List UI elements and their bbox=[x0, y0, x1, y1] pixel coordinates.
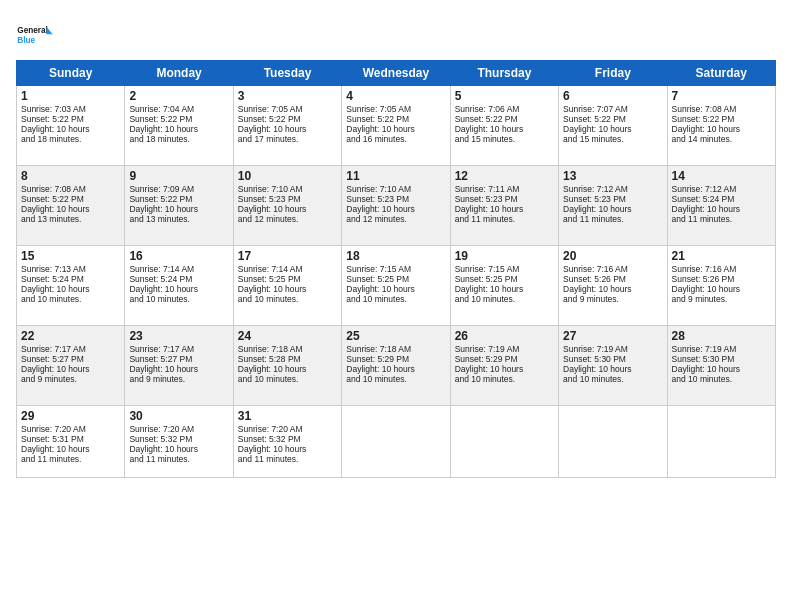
cell-info-line: Sunrise: 7:12 AM bbox=[672, 184, 771, 194]
calendar-cell: 15Sunrise: 7:13 AMSunset: 5:24 PMDayligh… bbox=[17, 246, 125, 326]
cell-info-line: Sunset: 5:22 PM bbox=[455, 114, 554, 124]
calendar-cell bbox=[559, 406, 667, 478]
cell-info-line: Daylight: 10 hours bbox=[563, 284, 662, 294]
cell-info-line: and 10 minutes. bbox=[346, 374, 445, 384]
cell-info-line: Sunrise: 7:06 AM bbox=[455, 104, 554, 114]
cell-info-line: Daylight: 10 hours bbox=[672, 124, 771, 134]
cell-info-line: Sunrise: 7:19 AM bbox=[563, 344, 662, 354]
weekday-header: Tuesday bbox=[233, 61, 341, 86]
cell-info-line: and 9 minutes. bbox=[672, 294, 771, 304]
cell-info-line: Daylight: 10 hours bbox=[21, 124, 120, 134]
cell-info-line: Sunrise: 7:07 AM bbox=[563, 104, 662, 114]
cell-info-line: Sunrise: 7:04 AM bbox=[129, 104, 228, 114]
calendar-cell: 2Sunrise: 7:04 AMSunset: 5:22 PMDaylight… bbox=[125, 86, 233, 166]
cell-info-line: and 11 minutes. bbox=[672, 214, 771, 224]
cell-info-line: Daylight: 10 hours bbox=[21, 444, 120, 454]
cell-info-line: Sunset: 5:24 PM bbox=[672, 194, 771, 204]
cell-info-line: Daylight: 10 hours bbox=[238, 124, 337, 134]
day-number: 24 bbox=[238, 329, 337, 343]
calendar-cell: 18Sunrise: 7:15 AMSunset: 5:25 PMDayligh… bbox=[342, 246, 450, 326]
calendar-cell: 20Sunrise: 7:16 AMSunset: 5:26 PMDayligh… bbox=[559, 246, 667, 326]
day-number: 15 bbox=[21, 249, 120, 263]
cell-info-line: Sunset: 5:22 PM bbox=[672, 114, 771, 124]
calendar-week-row: 15Sunrise: 7:13 AMSunset: 5:24 PMDayligh… bbox=[17, 246, 776, 326]
cell-info-line: and 16 minutes. bbox=[346, 134, 445, 144]
cell-info-line: and 11 minutes. bbox=[129, 454, 228, 464]
calendar-cell: 14Sunrise: 7:12 AMSunset: 5:24 PMDayligh… bbox=[667, 166, 775, 246]
weekday-header: Saturday bbox=[667, 61, 775, 86]
day-number: 28 bbox=[672, 329, 771, 343]
cell-info-line: Daylight: 10 hours bbox=[346, 124, 445, 134]
day-number: 17 bbox=[238, 249, 337, 263]
cell-info-line: Daylight: 10 hours bbox=[672, 284, 771, 294]
cell-info-line: Sunset: 5:25 PM bbox=[238, 274, 337, 284]
cell-info-line: Sunrise: 7:19 AM bbox=[672, 344, 771, 354]
day-number: 22 bbox=[21, 329, 120, 343]
cell-info-line: Sunrise: 7:16 AM bbox=[672, 264, 771, 274]
calendar-cell: 9Sunrise: 7:09 AMSunset: 5:22 PMDaylight… bbox=[125, 166, 233, 246]
cell-info-line: Sunset: 5:31 PM bbox=[21, 434, 120, 444]
day-number: 13 bbox=[563, 169, 662, 183]
cell-info-line: and 15 minutes. bbox=[563, 134, 662, 144]
weekday-header: Thursday bbox=[450, 61, 558, 86]
cell-info-line: Daylight: 10 hours bbox=[346, 284, 445, 294]
cell-info-line: and 10 minutes. bbox=[129, 294, 228, 304]
cell-info-line: Sunrise: 7:10 AM bbox=[238, 184, 337, 194]
header: General Blue bbox=[16, 16, 776, 54]
day-number: 2 bbox=[129, 89, 228, 103]
cell-info-line: and 14 minutes. bbox=[672, 134, 771, 144]
day-number: 31 bbox=[238, 409, 337, 423]
calendar-cell: 3Sunrise: 7:05 AMSunset: 5:22 PMDaylight… bbox=[233, 86, 341, 166]
cell-info-line: and 10 minutes. bbox=[238, 294, 337, 304]
cell-info-line: Daylight: 10 hours bbox=[129, 444, 228, 454]
cell-info-line: Sunrise: 7:15 AM bbox=[346, 264, 445, 274]
weekday-header: Wednesday bbox=[342, 61, 450, 86]
cell-info-line: and 15 minutes. bbox=[455, 134, 554, 144]
calendar-cell: 10Sunrise: 7:10 AMSunset: 5:23 PMDayligh… bbox=[233, 166, 341, 246]
weekday-header: Sunday bbox=[17, 61, 125, 86]
day-number: 23 bbox=[129, 329, 228, 343]
cell-info-line: Sunset: 5:23 PM bbox=[346, 194, 445, 204]
calendar-cell: 13Sunrise: 7:12 AMSunset: 5:23 PMDayligh… bbox=[559, 166, 667, 246]
cell-info-line: and 10 minutes. bbox=[563, 374, 662, 384]
cell-info-line: and 11 minutes. bbox=[21, 454, 120, 464]
cell-info-line: Sunrise: 7:11 AM bbox=[455, 184, 554, 194]
cell-info-line: Daylight: 10 hours bbox=[238, 364, 337, 374]
cell-info-line: Daylight: 10 hours bbox=[563, 124, 662, 134]
cell-info-line: Sunset: 5:25 PM bbox=[346, 274, 445, 284]
cell-info-line: Sunset: 5:24 PM bbox=[21, 274, 120, 284]
cell-info-line: and 12 minutes. bbox=[238, 214, 337, 224]
cell-info-line: Daylight: 10 hours bbox=[129, 284, 228, 294]
calendar-cell: 23Sunrise: 7:17 AMSunset: 5:27 PMDayligh… bbox=[125, 326, 233, 406]
cell-info-line: Daylight: 10 hours bbox=[129, 364, 228, 374]
cell-info-line: and 11 minutes. bbox=[563, 214, 662, 224]
calendar-cell bbox=[667, 406, 775, 478]
cell-info-line: Daylight: 10 hours bbox=[455, 284, 554, 294]
cell-info-line: Sunrise: 7:12 AM bbox=[563, 184, 662, 194]
cell-info-line: Daylight: 10 hours bbox=[129, 124, 228, 134]
cell-info-line: Sunset: 5:32 PM bbox=[238, 434, 337, 444]
day-number: 19 bbox=[455, 249, 554, 263]
cell-info-line: Sunset: 5:25 PM bbox=[455, 274, 554, 284]
day-number: 26 bbox=[455, 329, 554, 343]
day-number: 8 bbox=[21, 169, 120, 183]
cell-info-line: Sunrise: 7:17 AM bbox=[21, 344, 120, 354]
calendar-cell: 25Sunrise: 7:18 AMSunset: 5:29 PMDayligh… bbox=[342, 326, 450, 406]
cell-info-line: and 13 minutes. bbox=[129, 214, 228, 224]
svg-text:Blue: Blue bbox=[17, 36, 35, 45]
calendar-cell: 11Sunrise: 7:10 AMSunset: 5:23 PMDayligh… bbox=[342, 166, 450, 246]
cell-info-line: Sunset: 5:22 PM bbox=[129, 194, 228, 204]
day-number: 11 bbox=[346, 169, 445, 183]
calendar-week-row: 29Sunrise: 7:20 AMSunset: 5:31 PMDayligh… bbox=[17, 406, 776, 478]
cell-info-line: Sunset: 5:23 PM bbox=[563, 194, 662, 204]
cell-info-line: Daylight: 10 hours bbox=[672, 204, 771, 214]
calendar-cell bbox=[342, 406, 450, 478]
calendar-header-row: SundayMondayTuesdayWednesdayThursdayFrid… bbox=[17, 61, 776, 86]
cell-info-line: and 11 minutes. bbox=[455, 214, 554, 224]
cell-info-line: Sunrise: 7:14 AM bbox=[238, 264, 337, 274]
day-number: 27 bbox=[563, 329, 662, 343]
cell-info-line: and 18 minutes. bbox=[129, 134, 228, 144]
cell-info-line: Sunset: 5:23 PM bbox=[455, 194, 554, 204]
calendar-cell: 8Sunrise: 7:08 AMSunset: 5:22 PMDaylight… bbox=[17, 166, 125, 246]
cell-info-line: Sunset: 5:22 PM bbox=[346, 114, 445, 124]
